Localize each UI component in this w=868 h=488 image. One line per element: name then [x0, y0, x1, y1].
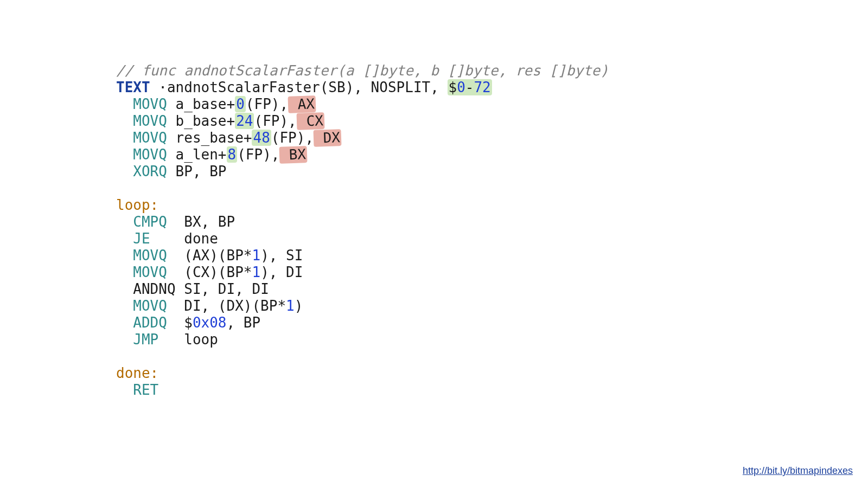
- offset-0: 0: [235, 96, 246, 112]
- reg-bx: BX: [279, 146, 308, 164]
- op-xorq: XORQ: [133, 163, 167, 179]
- slide: // func andnotScalarFaster(a []byte, b […: [0, 0, 868, 488]
- op-movq: MOVQ: [133, 113, 167, 129]
- op-movq: MOVQ: [133, 146, 167, 163]
- op-movq: MOVQ: [133, 247, 167, 264]
- op-je: JE: [133, 230, 150, 247]
- offset-8: 8: [227, 146, 238, 163]
- op-jmp: JMP: [133, 331, 158, 348]
- code-comment: // func andnotScalarFaster(a []byte, b […: [116, 62, 609, 79]
- frame-size-highlight: $0-72: [448, 79, 492, 95]
- reg-cx: CX: [296, 112, 324, 130]
- reg-ax: AX: [288, 95, 316, 113]
- text-directive: TEXT: [116, 79, 150, 95]
- op-movq: MOVQ: [133, 96, 167, 112]
- decl-body: ·andnotScalarFaster(SB), NOSPLIT,: [150, 79, 448, 95]
- footer-link[interactable]: http://bit.ly/bitmapindexes: [743, 463, 853, 479]
- label-done: done:: [116, 365, 158, 381]
- op-ret: RET: [133, 382, 158, 398]
- op-cmpq: CMPQ: [133, 214, 167, 230]
- reg-dx: DX: [314, 129, 342, 147]
- op-andnq: ANDNQ: [133, 281, 175, 297]
- offset-24: 24: [235, 113, 254, 129]
- op-movq: MOVQ: [133, 298, 167, 314]
- op-movq: MOVQ: [133, 264, 167, 280]
- op-addq: ADDQ: [133, 314, 167, 331]
- label-loop: loop:: [116, 197, 158, 213]
- op-movq: MOVQ: [133, 130, 167, 146]
- assembly-code-block: // func andnotScalarFaster(a []byte, b […: [116, 46, 609, 399]
- offset-48: 48: [252, 130, 271, 146]
